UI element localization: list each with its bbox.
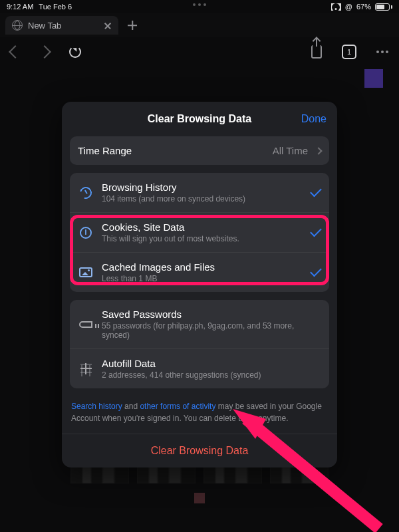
browser-toolbar: 1 <box>0 37 399 66</box>
search-history-link[interactable]: Search history <box>71 402 122 411</box>
option-cookies[interactable]: Cookies, Site Data This will sign you ou… <box>70 212 329 252</box>
globe-icon <box>12 20 23 31</box>
overflow-menu-button[interactable] <box>376 51 388 53</box>
forward-button[interactable] <box>38 45 51 59</box>
option-label: Browsing History <box>102 182 303 193</box>
time-range-value: All Time <box>273 145 308 156</box>
option-sub: This will sign you out of most websites. <box>102 234 303 243</box>
site-tile-small <box>194 493 205 503</box>
option-label: Cached Images and Files <box>102 261 303 273</box>
option-cached[interactable]: Cached Images and Files Less than 1 MB <box>70 252 329 292</box>
tab-switcher-button[interactable]: 1 <box>342 45 356 59</box>
clear-data-button[interactable]: Clear Browsing Data <box>62 434 337 467</box>
modal-header: Clear Browsing Data Done <box>62 102 337 136</box>
browser-tab[interactable]: New Tab <box>5 16 118 35</box>
time-range-row[interactable]: Time Range All Time <box>70 136 329 165</box>
tab-strip: New Tab <box>0 13 399 37</box>
option-sub: Less than 1 MB <box>102 274 303 283</box>
close-tab-icon[interactable] <box>104 21 112 29</box>
back-button[interactable] <box>9 45 22 59</box>
history-icon <box>78 184 94 201</box>
share-button[interactable] <box>311 45 322 59</box>
wifi-icon <box>331 3 341 11</box>
image-icon <box>79 267 92 277</box>
option-passwords[interactable]: Saved Passwords 55 passwords (for philpa… <box>70 300 329 348</box>
battery-icon <box>375 3 392 11</box>
at-icon: @ <box>345 3 352 11</box>
checkmark-icon <box>310 186 322 198</box>
footer-note: Search history and other forms of activi… <box>62 396 337 434</box>
new-tab-button[interactable] <box>128 21 137 30</box>
option-label: Cookies, Site Data <box>102 221 303 233</box>
option-label: Saved Passwords <box>102 309 321 320</box>
autofill-icon <box>80 363 92 374</box>
time-range-label: Time Range <box>78 145 265 156</box>
battery-percent: 67% <box>356 3 371 11</box>
status-time: 9:12 AM <box>7 3 33 11</box>
done-button[interactable]: Done <box>301 113 327 125</box>
tab-count: 1 <box>347 48 351 56</box>
option-label: Autofill Data <box>102 358 321 369</box>
chevron-right-icon <box>315 147 322 154</box>
reload-button[interactable] <box>69 46 81 58</box>
status-date: Tue Feb 6 <box>39 3 72 11</box>
multitasking-dots-icon <box>193 3 206 6</box>
other-activity-link[interactable]: other forms of activity <box>140 402 215 411</box>
checkmark-icon <box>310 265 322 277</box>
status-bar: 9:12 AM Tue Feb 6 @ 67% <box>0 0 399 13</box>
tab-title: New Tab <box>28 21 61 31</box>
option-sub: 55 passwords (for philpay.ph, 9gag.com, … <box>102 321 321 340</box>
checkmark-icon <box>310 225 322 237</box>
option-sub: 104 items (and more on synced devices) <box>102 194 303 203</box>
option-browsing-history[interactable]: Browsing History 104 items (and more on … <box>70 173 329 212</box>
option-autofill[interactable]: Autofill Data 2 addresses, 414 other sug… <box>70 348 329 388</box>
info-icon <box>80 227 92 239</box>
key-icon <box>79 321 92 328</box>
modal-title: Clear Browsing Data <box>148 113 251 125</box>
option-sub: 2 addresses, 414 other suggestions (sync… <box>102 370 321 380</box>
clear-browsing-data-modal: Clear Browsing Data Done Time Range All … <box>62 102 337 467</box>
